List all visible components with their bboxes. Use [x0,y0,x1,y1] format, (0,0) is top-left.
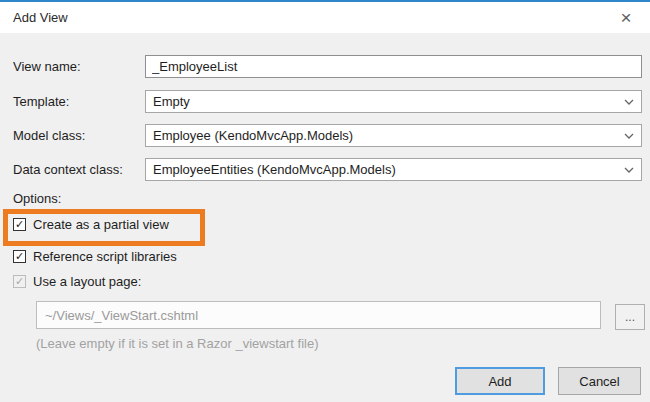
model-class-select[interactable]: Employee (KendoMvcApp.Models) [145,124,642,147]
layout-page-hint: (Leave empty if it is set in a Razor _vi… [36,336,319,351]
close-button[interactable]: × [608,4,644,32]
create-partial-view-checkbox[interactable]: ✓ [13,218,26,231]
add-view-dialog: Add View × View name: Template: Model cl… [0,0,650,402]
close-icon: × [620,7,631,28]
browse-button[interactable]: ... [615,304,645,330]
add-button[interactable]: Add [455,367,545,395]
chevron-down-icon [624,133,634,139]
reference-scripts-label: Reference script libraries [33,249,177,264]
chevron-down-icon [624,167,634,173]
template-label: Template: [13,94,69,109]
data-context-class-select-value: EmployeeEntities (KendoMvcApp.Models) [153,162,396,177]
view-name-input[interactable] [145,55,642,78]
use-layout-page-checkbox: ✓ [13,275,26,288]
options-section-label: Options: [13,191,61,206]
chevron-down-icon [624,99,634,105]
model-class-select-value: Employee (KendoMvcApp.Models) [153,128,353,143]
create-partial-view-label: Create as a partial view [33,217,169,232]
create-partial-view-option: ✓ Create as a partial view [13,217,169,232]
model-class-label: Model class: [13,128,85,143]
data-context-class-select[interactable]: EmployeeEntities (KendoMvcApp.Models) [145,158,642,181]
use-layout-page-option: ✓ Use a layout page: [13,274,141,289]
title-bar[interactable]: Add View × [0,2,650,33]
checkmark-icon: ✓ [15,251,24,262]
dialog-title: Add View [13,10,68,25]
view-name-label: View name: [13,59,81,74]
cancel-button[interactable]: Cancel [558,367,641,395]
reference-scripts-checkbox[interactable]: ✓ [13,250,26,263]
template-select[interactable]: Empty [145,90,642,113]
checkmark-icon: ✓ [15,219,24,230]
use-layout-page-label: Use a layout page: [33,274,141,289]
template-select-value: Empty [153,94,190,109]
data-context-class-label: Data context class: [13,162,123,177]
reference-scripts-option: ✓ Reference script libraries [13,249,177,264]
layout-page-input[interactable] [36,301,601,329]
checkmark-icon: ✓ [15,276,24,287]
